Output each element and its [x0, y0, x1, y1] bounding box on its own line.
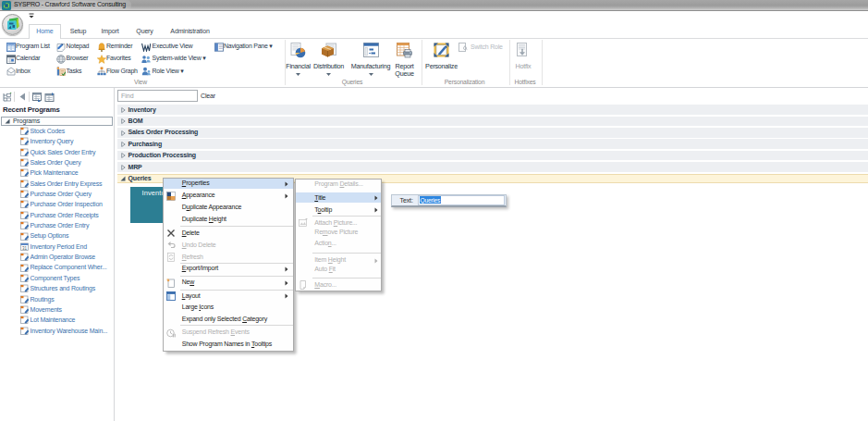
svg-text:31: 31 [21, 245, 27, 250]
